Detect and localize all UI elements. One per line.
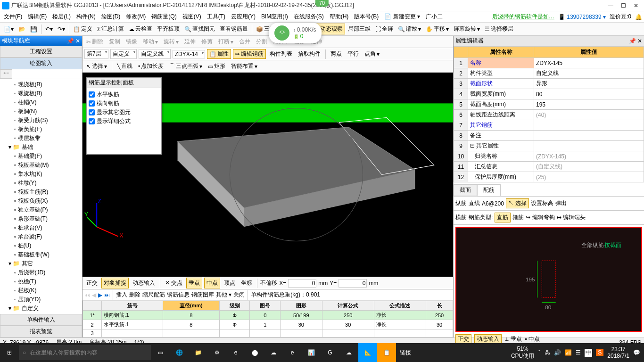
pin-icon[interactable]: 📌 ✕ (629, 38, 642, 44)
edit-end[interactable]: ↦ 编辑端头 (557, 214, 586, 222)
rebar-info[interactable]: 钢筋信息 (167, 291, 190, 299)
calc-button[interactable]: Σ 汇总计算 (95, 24, 126, 34)
vbar-type[interactable]: 直线 (469, 199, 480, 207)
vertex-snap[interactable]: 顶点 (222, 278, 237, 288)
zoom-button[interactable]: 🔍 缩放 ▾ (396, 24, 423, 34)
ortho-toggle[interactable]: 正交 (84, 278, 99, 288)
rect-tool[interactable]: ▭ 矩形 (206, 62, 227, 71)
app-6[interactable]: 📊 (302, 343, 321, 362)
property-row[interactable]: 10 归类名称(ZDYX-145) (454, 151, 644, 162)
new-button[interactable]: 📄▾ (2, 25, 16, 33)
project-settings-section[interactable]: 工程设置 (0, 46, 82, 58)
undo-button[interactable]: ↶▾ (43, 25, 55, 33)
tray-ime1[interactable]: ☰ (576, 349, 581, 356)
section-preview[interactable]: 全部纵筋 按截面 195 80 (455, 227, 642, 332)
rebar-other[interactable]: 其他 ▾ (216, 291, 231, 299)
property-row[interactable]: 3截面形状异形 (454, 79, 644, 89)
open-button[interactable]: 📂 (17, 25, 27, 33)
tray-sogou[interactable]: S (596, 349, 603, 356)
select-mode[interactable]: ↖ 选择 (506, 198, 529, 208)
floor-select[interactable]: 第7层 (84, 49, 108, 59)
rotate-screen-button[interactable]: 屏幕旋转 ▾ (452, 24, 482, 34)
tree-node[interactable]: ▫ 板受力筋(S) (1, 116, 81, 125)
tree-node[interactable]: ▫ 桩(U) (1, 241, 81, 250)
nav-next[interactable]: ▶ (98, 292, 102, 298)
intersect-snap[interactable]: ✕ 交点 (163, 278, 184, 288)
property-row[interactable]: 12 保护层厚度(mm)(25) (454, 172, 644, 182)
tree-node[interactable]: ▾ 📁 自定义 (1, 304, 81, 313)
menu-component[interactable]: 构件(N) (74, 12, 98, 22)
tree-node[interactable]: ▫ 集水坑(K) (1, 170, 81, 179)
x-input[interactable] (288, 279, 316, 288)
y-input[interactable] (339, 279, 367, 288)
trim-btn[interactable]: 修剪 (199, 37, 215, 46)
move-btn[interactable]: 移动 ▾ (141, 37, 160, 46)
view-rebar-button[interactable]: 查看钢筋量 (218, 24, 250, 34)
align-top-button[interactable]: 平齐板顶 (155, 24, 182, 34)
rotate-btn[interactable]: 旋转 ▾ (162, 37, 181, 46)
rebar-row[interactable]: 1*横向钢筋.18Φ050/199250净长250 (83, 311, 453, 320)
property-row[interactable]: 11 汇总信息(自定义线) (454, 162, 644, 172)
app-9[interactable]: 📐 (358, 343, 377, 362)
user-name[interactable]: 广小二 (424, 12, 445, 22)
app-3[interactable]: ⚙ (207, 343, 226, 362)
app-10[interactable]: 📋 (377, 343, 396, 362)
rebar-table[interactable]: 筋号直径(mm)级别图号图形计算公式公式描述长 1*横向钢筋.18Φ050/19… (83, 301, 453, 337)
viewport-3d[interactable]: Z X Y 钢筋显示控制面板 水平纵筋 横向钢筋 显示其它图元 显示详细公式 (83, 73, 453, 277)
menu-view[interactable]: 视图(V) (181, 12, 203, 22)
tree-node[interactable]: ▫ 后浇带(JD) (1, 268, 81, 277)
report-section[interactable]: 报表预览 (0, 326, 82, 337)
edit-hook[interactable]: ↪ 编辑弯钩 (526, 214, 554, 222)
name-select[interactable]: ZDYX-14 (173, 50, 205, 58)
rebar-tab[interactable]: 配筋 (477, 184, 501, 196)
tray-ime2[interactable]: 中 (585, 349, 592, 357)
set-elevation[interactable]: 设置标高 (531, 199, 553, 207)
start-button[interactable]: ⊞ (0, 343, 19, 362)
menu-edit[interactable]: 编辑(E) (26, 12, 49, 22)
clock[interactable]: 23:37 2018/7/1 (607, 346, 629, 359)
tree-node[interactable]: ▫ 基础板带(W) (1, 250, 81, 259)
link-label[interactable]: 链接 (396, 349, 415, 357)
straight-type[interactable]: 直筋 (495, 213, 511, 222)
offset-select[interactable]: 不偏移 (260, 279, 277, 287)
smart-layout-tool[interactable]: 智能布置 ▾ (229, 62, 259, 71)
property-row[interactable]: 5截面高度(mm)195 (454, 99, 644, 110)
extend-btn[interactable]: 延伸 (182, 37, 198, 46)
section-tab[interactable]: 截面 (454, 184, 477, 196)
menu-online[interactable]: 在线服务(S) (292, 12, 326, 22)
app-edge[interactable]: e (226, 343, 245, 362)
osnap-toggle[interactable]: 对象捕捉 (101, 278, 129, 288)
display-check[interactable]: 水平纵筋 (89, 90, 159, 99)
app-4[interactable]: ⬤ (245, 343, 264, 362)
sec-perp[interactable]: ⊥ 垂点 (504, 335, 522, 343)
tree-node[interactable]: ▫ 螺旋板(B) (1, 89, 81, 98)
app-5[interactable]: ☁ (264, 343, 283, 362)
tray-net[interactable]: 🖧 (545, 349, 550, 356)
define-button[interactable]: 📋 定义 (71, 24, 94, 34)
delete-btn[interactable]: ✂ 删除 (84, 37, 105, 46)
mid-snap[interactable]: 中点 (204, 278, 220, 288)
rebar-library[interactable]: 钢筋图库 (191, 291, 214, 299)
insert-row[interactable]: 插入 (116, 291, 127, 299)
type-select[interactable]: 自定义线 (139, 49, 171, 59)
app-8[interactable]: ☁ (339, 343, 358, 362)
vbar-spec[interactable]: A6@200 (482, 200, 504, 207)
menu-cloud[interactable]: 云应用(Y) (229, 12, 257, 22)
menu-tools[interactable]: 工具(T) (205, 12, 227, 22)
menu-help[interactable]: 帮助(H) (328, 12, 351, 22)
split-btn[interactable]: 分割 (254, 37, 269, 46)
menu-floor[interactable]: 楼层(L) (50, 12, 73, 22)
popup-btn[interactable]: 弹出 (555, 199, 567, 207)
property-table[interactable]: 属性名称属性值 1名称ZDYX-1452构件类型自定义线3截面形状异形4截面宽度… (454, 46, 644, 182)
nav-first[interactable]: ⏮ (84, 292, 90, 298)
menu-modify[interactable]: 修改(M) (124, 12, 148, 22)
mirror-btn[interactable]: 镜像 (124, 37, 139, 46)
menu-version[interactable]: 版本号(B) (352, 12, 380, 22)
point-length-tool[interactable]: • 点加长度 (136, 62, 165, 71)
display-check[interactable]: 显示详细公式 (89, 117, 159, 126)
component-list-button[interactable]: 构件列表 (268, 49, 294, 58)
tree-node[interactable]: ▫ 条形基础(T) (1, 214, 81, 223)
menu-bim[interactable]: BIM应用(I) (259, 12, 290, 22)
pick-button[interactable]: 拾取构件 (296, 49, 322, 58)
break-btn[interactable]: 打断 ▾ (216, 37, 235, 46)
